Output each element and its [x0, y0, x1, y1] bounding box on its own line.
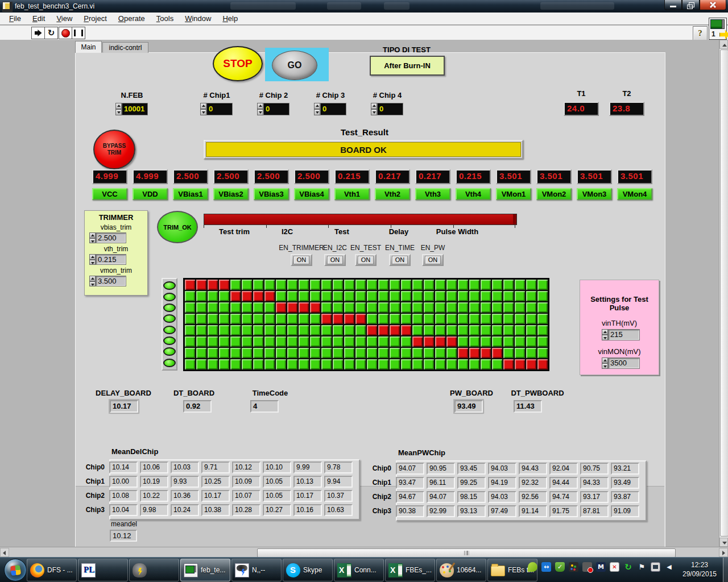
menu-project[interactable]: Project	[78, 13, 112, 24]
spin-down-icon[interactable]	[257, 109, 263, 115]
feb-control-3[interactable]: 0	[314, 103, 346, 115]
spinner[interactable]	[602, 329, 608, 340]
spin-down-icon[interactable]	[314, 109, 320, 115]
taskbar-app-paint[interactable]: 10664...	[436, 559, 486, 581]
sync-icon[interactable]: ↻	[623, 562, 633, 572]
enable-toggle-en_time[interactable]: ON	[389, 254, 411, 266]
spin-up-icon[interactable]	[371, 103, 377, 109]
menu-edit[interactable]: Edit	[27, 13, 51, 24]
spinner[interactable]	[200, 103, 206, 115]
menu-view[interactable]: View	[51, 13, 78, 24]
spin-down-icon[interactable]	[115, 109, 122, 115]
horizontal-scroll-thumb[interactable]	[257, 548, 676, 558]
spin-down-icon[interactable]	[602, 363, 608, 369]
spin-down-icon[interactable]	[200, 109, 206, 115]
pause-button[interactable]	[72, 27, 85, 39]
feb-control-value[interactable]: 10001	[122, 103, 148, 115]
spin-down-icon[interactable]	[89, 281, 96, 287]
vertical-scroll-thumb[interactable]	[720, 49, 728, 537]
scroll-up-arrow[interactable]	[719, 40, 728, 49]
enable-toggle-en_test[interactable]: ON	[355, 254, 377, 266]
vmon-trim-field[interactable]: 3.500	[96, 276, 126, 286]
show-desktop-button[interactable]	[723, 558, 728, 582]
spin-up-icon[interactable]	[602, 357, 608, 363]
vth-trim-field[interactable]: 0.215	[96, 254, 126, 265]
spinner[interactable]	[314, 103, 320, 115]
menu-help[interactable]: Help	[217, 13, 243, 24]
feb-control-value[interactable]: 0	[320, 103, 346, 115]
taskbar-app-firefox[interactable]: DFS - ...	[27, 559, 77, 581]
title-bar[interactable]: feb_test_benchn3_Cern.vi	[0, 0, 728, 13]
feb-control-4[interactable]: 0	[371, 103, 403, 115]
leaf-icon[interactable]	[528, 562, 537, 572]
spinner[interactable]	[602, 357, 608, 369]
vinth-field[interactable]: 215	[608, 329, 640, 340]
vinmon-control[interactable]: 3500	[602, 357, 659, 369]
spin-down-icon[interactable]	[89, 260, 96, 265]
spin-down-icon[interactable]	[371, 109, 377, 115]
feb-control-value[interactable]: 0	[206, 103, 233, 115]
menu-file[interactable]: File	[3, 13, 27, 24]
menu-tools[interactable]: Tools	[151, 13, 179, 24]
enable-toggle-en_trimmer[interactable]: ON	[291, 254, 312, 266]
person-icon[interactable]	[569, 562, 578, 572]
vbias-trim-field[interactable]: 2.500	[96, 232, 126, 243]
flag-icon[interactable]: ⚑	[637, 562, 647, 572]
vertical-scrollbar[interactable]	[719, 40, 728, 547]
scroll-right-arrow[interactable]	[719, 548, 728, 557]
run-button[interactable]	[31, 27, 45, 39]
spin-down-icon[interactable]	[602, 335, 608, 340]
feb-control-value[interactable]: 0	[377, 103, 403, 115]
enable-toggle-en_pw[interactable]: ON	[422, 254, 444, 266]
spinner[interactable]	[257, 103, 263, 115]
restore-button[interactable]	[682, 0, 700, 10]
taskbar-app-pl[interactable]	[78, 559, 128, 581]
spinner[interactable]	[115, 103, 122, 115]
vth-trim-control[interactable]: 0.215	[89, 254, 147, 265]
taskbar-app-excel[interactable]: Conn...	[334, 559, 384, 581]
feb-control-0[interactable]: 10001	[115, 103, 148, 115]
horizontal-scrollbar[interactable]	[0, 547, 728, 557]
minimize-button[interactable]	[664, 0, 682, 10]
feb-control-1[interactable]: 0	[200, 103, 233, 115]
spin-up-icon[interactable]	[89, 276, 96, 281]
start-button[interactable]	[4, 559, 27, 581]
close-button[interactable]	[700, 0, 726, 10]
taskbar-app-storm2[interactable]: N,,--	[231, 559, 282, 581]
enable-toggle-en_i2c[interactable]: ON	[324, 254, 346, 266]
stop-button[interactable]: STOP	[213, 46, 263, 81]
spinner[interactable]	[89, 276, 96, 286]
taskbar-app-skype[interactable]: Skype	[283, 559, 333, 581]
vinth-control[interactable]: 215	[602, 329, 659, 340]
tab-main[interactable]: Main	[75, 41, 102, 53]
vinmon-field[interactable]: 3500	[608, 357, 640, 369]
vbias-trim-control[interactable]: 2.500	[89, 232, 147, 243]
context-help-button[interactable]: ?	[693, 26, 708, 40]
doc-error-icon[interactable]: ✕	[610, 562, 619, 572]
menu-operate[interactable]: Operate	[113, 13, 151, 24]
spin-up-icon[interactable]	[314, 103, 320, 109]
tab-indic-contrl[interactable]: indic-contrl	[102, 42, 148, 53]
feb-control-value[interactable]: 0	[263, 103, 289, 115]
spin-down-icon[interactable]	[89, 238, 96, 244]
scroll-down-arrow[interactable]	[719, 538, 728, 547]
taskbar-app-labview[interactable]: feb_te...	[180, 559, 230, 581]
spin-up-icon[interactable]	[200, 103, 206, 109]
spin-up-icon[interactable]	[602, 329, 608, 335]
go-button[interactable]: GO	[272, 51, 317, 80]
window-m-icon[interactable]: M	[596, 562, 606, 572]
spinner[interactable]	[89, 232, 96, 243]
teamviewer-icon[interactable]: ↔	[541, 562, 551, 572]
vmon-trim-control[interactable]: 3.500	[89, 276, 147, 286]
shield-icon[interactable]: ✓	[555, 562, 565, 572]
bypass-trim-button[interactable]: BYPASS TRIM	[93, 130, 135, 169]
run-continuous-button[interactable]	[44, 27, 58, 39]
spinner[interactable]	[89, 254, 96, 265]
network-icon[interactable]	[651, 562, 660, 572]
vi-connector-icon[interactable]: 1	[709, 18, 727, 40]
spin-up-icon[interactable]	[257, 103, 263, 109]
taskbar-app-excel[interactable]: FBEs_...	[385, 559, 435, 581]
spin-up-icon[interactable]	[89, 232, 96, 238]
tipo-di-test-selector[interactable]: After Burn-IN	[370, 56, 445, 76]
taskbar-clock[interactable]: 12:23 29/09/2015	[677, 560, 722, 579]
